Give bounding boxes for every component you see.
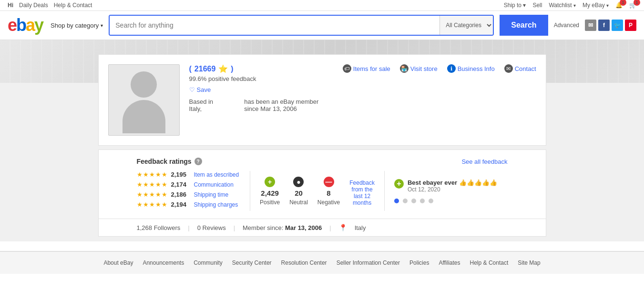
dot-1[interactable] (394, 199, 399, 203)
contact-icon: ✉ (504, 64, 513, 73)
location-value: Italy (355, 224, 366, 231)
feedback-ratings-col: ★★ ★★ ★ 2,195 Item as described ★★ ★★ ★ (137, 171, 250, 211)
review-date: Oct 12, 2020 (408, 186, 497, 193)
followers-row: 1,268 Followers | 0 Reviews | Member sin… (99, 219, 546, 236)
search-bar: All Categories (109, 15, 494, 36)
review-item: + Best ebayer ever 👍👍👍👍👍 Oct 12, 2020 (394, 179, 508, 193)
advanced-search-link[interactable]: Advanced (554, 22, 579, 29)
feedback-title: Feedback ratings ? (137, 158, 202, 165)
footer-announcements[interactable]: Announcements (143, 259, 184, 266)
see-all-feedback-link[interactable]: See all feedback (461, 158, 507, 165)
stars-row-2: ★★ ★★ ★ (137, 181, 167, 188)
my-ebay-dropdown[interactable]: My eBay ▾ (583, 2, 609, 9)
business-info-action[interactable]: ℹ Business Info (447, 64, 495, 73)
facebook-share-icon[interactable]: f (598, 20, 610, 31)
save-seller-button[interactable]: ♡ Save (189, 86, 333, 93)
location-text: Based in Italy, (189, 98, 216, 112)
category-select[interactable]: All Categories (440, 16, 493, 35)
dot-3[interactable] (411, 199, 416, 203)
feedback-grid: ★★ ★★ ★ 2,195 Item as described ★★ ★★ ★ (137, 171, 508, 211)
member-since-label: Member since: Mar 13, 2006 (243, 224, 322, 231)
site-footer: About eBay Announcements Community Secur… (0, 251, 644, 274)
sell-link[interactable]: Sell (532, 2, 542, 9)
footer-seller-info[interactable]: Seller Information Center (337, 259, 400, 266)
notification-bell[interactable]: 🔔 1 (615, 2, 623, 9)
negative-badge: — (324, 177, 334, 187)
cart-icon[interactable]: 🛒 1 (629, 2, 636, 9)
ship-to-text[interactable]: Ship to ▾ (504, 2, 526, 9)
rating-star: ⭐ (218, 64, 228, 73)
stars-row-3: ★★ ★★ ★ (137, 191, 167, 198)
footer-site-map[interactable]: Site Map (518, 259, 540, 266)
greeting-text: Hi (8, 2, 13, 9)
review-add-icon: + (394, 179, 404, 189)
positive-feedback-text: 99.6% positive feedback (189, 75, 333, 82)
visit-store-icon: 🏪 (400, 64, 409, 73)
business-info-icon: ℹ (447, 64, 456, 73)
profile-actions: 🏷 Items for sale 🏪 Visit store ℹ Busines… (343, 64, 536, 136)
watchlist-dropdown[interactable]: Watchlist ▾ (549, 2, 576, 9)
profile-location-row: Based in Italy, has been an eBay member … (189, 98, 333, 112)
pinterest-share-icon[interactable]: P (625, 20, 636, 31)
feedback-section: Feedback ratings ? See all feedback ★★ ★… (99, 150, 546, 219)
rating-count-1: 2,195 (171, 171, 190, 178)
top-nav-left: Hi Daily Deals Help & Contact (8, 2, 92, 9)
notification-badge: 1 (620, 0, 626, 6)
items-for-sale-action[interactable]: 🏷 Items for sale (343, 64, 390, 73)
footer-community[interactable]: Community (194, 259, 223, 266)
negative-count: 8 (327, 189, 330, 197)
rating-label-2[interactable]: Communication (194, 181, 234, 188)
reviews-count: 0 Reviews (197, 224, 226, 231)
social-share-icons: ✉ f 🐦 P (585, 20, 636, 31)
rating-label-3[interactable]: Shipping time (194, 191, 229, 198)
footer-resolution-center[interactable]: Resolution Center (281, 259, 327, 266)
dot-2[interactable] (403, 199, 408, 203)
avatar (108, 64, 180, 136)
visit-store-action[interactable]: 🏪 Visit store (400, 64, 438, 73)
dot-5[interactable] (429, 199, 433, 203)
profile-info: ( 21669 ⭐ ) 99.6% positive feedback ♡ Sa… (189, 64, 333, 136)
feedback-period-text: Feedback from the last 12 months (349, 179, 375, 206)
feedback-row-4: ★★ ★★ ★ 2,194 Shipping charges (137, 201, 250, 208)
feedback-info-icon[interactable]: ? (194, 158, 202, 165)
email-share-icon[interactable]: ✉ (585, 20, 596, 31)
review-text: Best ebayer ever 👍👍👍👍👍 (408, 179, 497, 186)
separator-3: | (329, 224, 331, 231)
rating-close: ) (231, 65, 233, 73)
rating-count-3: 2,186 (171, 191, 190, 198)
followers-count: 1,268 Followers (137, 224, 181, 231)
profile-rating-row: ( 21669 ⭐ ) (189, 64, 333, 73)
search-button[interactable]: Search (500, 15, 548, 36)
profile-card: ( 21669 ⭐ ) 99.6% positive feedback ♡ Sa… (98, 54, 546, 146)
cart-badge: 1 (634, 0, 640, 6)
help-contact-link[interactable]: Help & Contact (54, 2, 92, 9)
stars-row-4: ★★ ★★ ★ (137, 201, 167, 208)
daily-deals-link[interactable]: Daily Deals (19, 2, 48, 9)
profile-container: ( 21669 ⭐ ) 99.6% positive feedback ♡ Sa… (60, 54, 584, 237)
twitter-share-icon[interactable]: 🐦 (612, 20, 623, 31)
footer-help-contact[interactable]: Help & Contact (470, 259, 509, 266)
neutral-count: 20 (295, 189, 303, 197)
heart-icon: ♡ (189, 86, 195, 93)
feedback-review-col: + Best ebayer ever 👍👍👍👍👍 Oct 12, 2020 (385, 171, 508, 211)
ebay-logo[interactable]: ebay (8, 15, 43, 35)
feedback-row-2: ★★ ★★ ★ 2,174 Communication (137, 181, 250, 188)
location-pin-icon: 📍 (339, 224, 347, 231)
rating-value: 21669 (194, 65, 216, 73)
contact-action[interactable]: ✉ Contact (504, 64, 536, 73)
footer-affiliates[interactable]: Affiliates (439, 259, 460, 266)
rating-label-1[interactable]: Item as described (194, 171, 239, 178)
shop-by-category-button[interactable]: Shop by category ▾ (51, 22, 103, 29)
feedback-row-1: ★★ ★★ ★ 2,195 Item as described (137, 171, 250, 178)
stars-row-1: ★★ ★★ ★ (137, 171, 167, 178)
footer-security-center[interactable]: Security Center (232, 259, 272, 266)
search-input[interactable] (110, 16, 440, 35)
review-pagination-dots (394, 199, 508, 203)
rating-label-4[interactable]: Shipping charges (194, 201, 238, 208)
dot-4[interactable] (420, 199, 425, 203)
footer-policies[interactable]: Policies (409, 259, 429, 266)
site-header: ebay Shop by category ▾ All Categories S… (0, 11, 644, 40)
footer-about-ebay[interactable]: About eBay (103, 259, 133, 266)
rating-count-2: 2,174 (171, 181, 190, 188)
feedback-summary-col: + 2,429 Positive ● 20 Neutral — 8 Negati… (250, 171, 385, 211)
